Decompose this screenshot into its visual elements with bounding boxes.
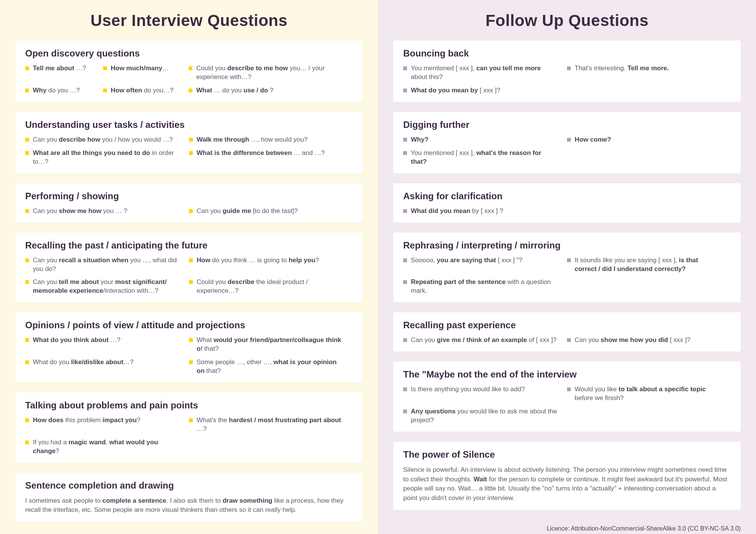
card-heading: Bouncing back <box>403 48 731 59</box>
card: Recalling past experienceCan you give me… <box>393 312 741 352</box>
list-item: Why do you …? <box>25 86 94 95</box>
right-cards: Bouncing backYou mentioned [ xxx ], can … <box>393 40 741 520</box>
left-title-text: User Interview Questions <box>90 11 288 29</box>
question-list: Is there anything you would like to add?… <box>403 385 731 425</box>
question-list: Can you give me / think of an example of… <box>403 336 731 345</box>
list-item: Can you describe how you / how you would… <box>25 136 180 144</box>
card: Performing / showingCan you show me how … <box>15 183 363 223</box>
card: Digging furtherWhy?How come?You mentione… <box>393 112 741 173</box>
list-item: Can you show me how you did [ xxx ]? <box>567 336 722 345</box>
list-item: What do you mean by [ xxx ]? <box>403 86 558 95</box>
list-item: How do you think … is going to help you? <box>189 256 344 274</box>
right-title: Follow Up Questions <box>485 11 648 30</box>
list-item: How much/many… <box>103 64 179 82</box>
list-item: That's interesting. Tell me more. <box>567 64 722 82</box>
card-heading: Recalling the past / anticipating the fu… <box>25 240 353 251</box>
question-list: How does this problem impact you?What's … <box>25 416 353 456</box>
list-item: How often do you…? <box>103 86 179 95</box>
list-item: Is there anything you would like to add? <box>403 385 558 403</box>
list-item: What would your friend/partner/colleague… <box>189 336 344 353</box>
card: Recalling the past / anticipating the fu… <box>15 232 363 303</box>
card: Open discovery questionsTell me about …?… <box>15 40 363 102</box>
list-item: Can you guide me [to do the tast]? <box>189 207 344 216</box>
list-item: It sounds like you are saying [ xxx ], i… <box>567 256 722 274</box>
card-heading: Talking about problems and pain points <box>25 400 353 411</box>
list-item: What's the hardest / most frustrating pa… <box>189 416 344 434</box>
list-item: Tell me about …? <box>25 64 94 82</box>
list-item: How come? <box>567 136 722 144</box>
card-heading: Open discovery questions <box>25 48 353 59</box>
list-item: What are all the things you need to do i… <box>25 149 180 166</box>
card: Understanding user tasks / activitiesCan… <box>15 112 363 173</box>
card-heading: Rephrasing / interpreting / mirroring <box>403 240 731 251</box>
question-list: What did you mean by [ xxx ] ? <box>403 207 731 216</box>
card: The power of SilenceSilence is powerful.… <box>393 442 741 510</box>
card-heading: The "Maybe not the end of the interview <box>403 369 731 380</box>
list-item: You mentioned [ xxx ], what's the reason… <box>403 149 558 166</box>
list-item: Why? <box>403 136 558 144</box>
card-paragraph: I sometimes ask people to complete a sen… <box>25 496 353 515</box>
card: Opinions / points of view / attitude and… <box>15 312 363 382</box>
card: Sentence completion and drawingI sometim… <box>15 473 363 522</box>
list-item: Sooooo, you are saying that [ xxx ] "? <box>403 256 558 274</box>
card-heading: Digging further <box>403 119 731 130</box>
list-item: Could you describe to me how you… / your… <box>189 64 353 82</box>
card: The "Maybe not the end of the interviewI… <box>393 361 741 432</box>
question-list: Can you recall a situation when you …, w… <box>25 256 353 296</box>
card-heading: Performing / showing <box>25 191 353 202</box>
question-list: Sooooo, you are saying that [ xxx ] "?It… <box>403 256 731 296</box>
footer-right: Licence: Attribution-NonCommercial-Share… <box>393 520 741 534</box>
question-list: Why?How come?You mentioned [ xxx ], what… <box>403 136 731 166</box>
card: Rephrasing / interpreting / mirroringSoo… <box>393 232 741 303</box>
card: Talking about problems and pain pointsHo… <box>15 392 363 463</box>
question-list: You mentioned [ xxx ], can you tell me m… <box>403 64 731 95</box>
left-cards: Open discovery questionsTell me about …?… <box>15 40 363 532</box>
left-column: User Interview Questions Open discovery … <box>0 0 378 534</box>
list-item: What do you like/dislike about…? <box>25 358 180 376</box>
question-list: What do you think about …?What would you… <box>25 336 353 376</box>
list-item: Can you recall a situation when you …, w… <box>25 256 180 274</box>
question-list: Tell me about …?How much/many…Could you … <box>25 64 353 95</box>
card: Asking for clarificationWhat did you mea… <box>393 183 741 223</box>
list-item: Would you like to talk about a specific … <box>567 385 722 403</box>
list-item: What did you mean by [ xxx ] ? <box>403 207 731 216</box>
left-title: User Interview Questions <box>90 11 288 30</box>
question-list: Can you show me how you … ?Can you guide… <box>25 207 353 216</box>
list-item: Can you show me how you … ? <box>25 207 180 216</box>
list-item: Can you tell me about your most signific… <box>25 278 180 295</box>
card-heading: Asking for clarification <box>403 191 731 202</box>
list-item: What … do you use / do ? <box>189 86 353 95</box>
list-item: Repeating part of the sentence with a qu… <box>403 278 558 295</box>
card-heading: The power of Silence <box>403 449 731 460</box>
card-heading: Sentence completion and drawing <box>25 480 353 491</box>
card: Bouncing backYou mentioned [ xxx ], can … <box>393 40 741 102</box>
list-item: Some people …, other …, what is your opi… <box>189 358 344 376</box>
card-paragraph: Silence is powerful. An interview is abo… <box>403 465 731 503</box>
list-item: Could you describe the ideal product / e… <box>189 278 344 295</box>
list-item: Any questions you would like to ask me a… <box>403 407 558 425</box>
question-list: Can you describe how you / how you would… <box>25 136 353 166</box>
card-heading: Recalling past experience <box>403 320 731 331</box>
list-item: Walk me through …, how would you? <box>189 136 344 144</box>
list-item: What is the difference between … and …? <box>189 149 344 166</box>
list-item: Can you give me / think of an example of… <box>403 336 558 345</box>
right-column: Follow Up Questions Bouncing backYou men… <box>378 0 756 534</box>
list-item: If you had a magic wand, what would you … <box>25 438 180 456</box>
card-heading: Understanding user tasks / activities <box>25 119 353 130</box>
right-title-text: Follow Up Questions <box>485 11 648 29</box>
footer-left: Created by Stéphanie Walter - stephaniew… <box>15 532 363 534</box>
list-item: You mentioned [ xxx ], can you tell me m… <box>403 64 558 82</box>
card-heading: Opinions / points of view / attitude and… <box>25 320 353 331</box>
list-item: What do you think about …? <box>25 336 180 353</box>
list-item: How does this problem impact you? <box>25 416 180 434</box>
